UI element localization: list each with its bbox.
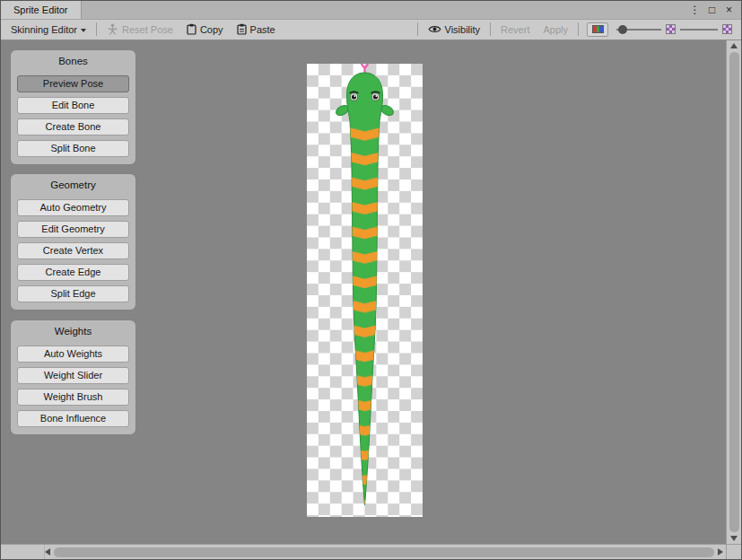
sprite-editor-window: Sprite Editor ⋮ □ × Skinning Editor Rese… bbox=[0, 0, 742, 560]
copy-button[interactable]: Copy bbox=[181, 22, 229, 37]
reset-pose-label: Reset Pose bbox=[122, 24, 173, 35]
paste-label: Paste bbox=[250, 24, 275, 35]
window-controls: ⋮ □ × bbox=[688, 1, 741, 19]
toolbar-separator bbox=[96, 22, 97, 36]
mip-high-icon bbox=[722, 24, 732, 34]
reset-pose-button[interactable]: Reset Pose bbox=[101, 22, 179, 37]
copy-icon bbox=[187, 23, 196, 35]
snake-sprite[interactable] bbox=[307, 64, 423, 517]
toolbar-separator bbox=[490, 22, 491, 36]
skinning-editor-dropdown[interactable]: Skinning Editor bbox=[5, 22, 92, 37]
window-close-icon[interactable]: × bbox=[722, 4, 736, 17]
color-mode-button[interactable] bbox=[587, 22, 608, 37]
weight-slider-button[interactable]: Weight Slider bbox=[17, 367, 129, 384]
vertical-scrollbar-thumb[interactable] bbox=[729, 52, 739, 532]
tab-sprite-editor[interactable]: Sprite Editor bbox=[1, 1, 82, 19]
paste-icon bbox=[237, 23, 247, 35]
mip-low-icon bbox=[666, 24, 676, 34]
apply-button[interactable]: Apply bbox=[537, 22, 573, 37]
skinning-editor-label: Skinning Editor bbox=[11, 24, 77, 35]
split-edge-button[interactable]: Split Edge bbox=[17, 285, 129, 302]
preview-pose-button[interactable]: Preview Pose bbox=[17, 75, 129, 92]
scroll-left-arrow-icon[interactable] bbox=[45, 548, 50, 556]
apply-label: Apply bbox=[543, 24, 568, 35]
weight-brush-button[interactable]: Weight Brush bbox=[17, 389, 129, 406]
bones-panel: Bones Preview Pose Edit Bone Create Bone… bbox=[10, 49, 136, 165]
toolbar-separator bbox=[578, 22, 579, 36]
zoom-slider[interactable] bbox=[616, 23, 661, 36]
editor-canvas[interactable]: Bones Preview Pose Edit Bone Create Bone… bbox=[1, 40, 726, 544]
bones-panel-title: Bones bbox=[17, 54, 129, 68]
horizontal-scrollbar[interactable] bbox=[1, 544, 726, 559]
mip-slider-track[interactable] bbox=[680, 29, 718, 31]
zoom-slider-knob[interactable] bbox=[618, 25, 627, 34]
visibility-label: Visibility bbox=[445, 24, 481, 35]
paste-button[interactable]: Paste bbox=[231, 22, 281, 37]
split-bone-button[interactable]: Split Bone bbox=[17, 140, 129, 157]
revert-label: Revert bbox=[501, 24, 529, 35]
copy-label: Copy bbox=[200, 24, 223, 35]
auto-geometry-button[interactable]: Auto Geometry bbox=[17, 199, 129, 216]
window-tabbar: Sprite Editor ⋮ □ × bbox=[1, 1, 741, 20]
horizontal-scrollbar-thumb[interactable] bbox=[54, 547, 714, 557]
create-bone-button[interactable]: Create Bone bbox=[17, 118, 129, 136]
tabbar-spacer bbox=[82, 1, 688, 19]
geometry-panel-title: Geometry bbox=[17, 178, 129, 192]
scrollbar-corner bbox=[726, 544, 741, 559]
toolbar-separator bbox=[417, 22, 418, 36]
rgb-icon bbox=[592, 25, 604, 33]
weights-panel-title: Weights bbox=[17, 324, 129, 338]
bone-influence-button[interactable]: Bone Influence bbox=[17, 410, 129, 427]
auto-weights-button[interactable]: Auto Weights bbox=[17, 346, 129, 363]
window-menu-icon[interactable]: ⋮ bbox=[688, 4, 702, 17]
horizontal-scrollbar-lead bbox=[4, 545, 45, 559]
reset-pose-icon bbox=[107, 23, 118, 35]
weights-panel: Weights Auto Weights Weight Slider Weigh… bbox=[10, 319, 136, 435]
scroll-up-arrow-icon[interactable] bbox=[730, 43, 738, 48]
toolbar: Skinning Editor Reset Pose Copy bbox=[1, 20, 741, 40]
geometry-panel: Geometry Auto Geometry Edit Geometry Cre… bbox=[10, 173, 136, 311]
tab-title: Sprite Editor bbox=[13, 4, 68, 15]
vertical-scrollbar[interactable] bbox=[726, 40, 741, 544]
edit-geometry-button[interactable]: Edit Geometry bbox=[17, 221, 129, 238]
chevron-down-icon bbox=[81, 29, 86, 32]
revert-button[interactable]: Revert bbox=[495, 22, 535, 37]
snake-stripes bbox=[307, 119, 423, 505]
scroll-down-arrow-icon[interactable] bbox=[730, 536, 738, 541]
transparency-checkerboard bbox=[307, 64, 423, 517]
create-vertex-button[interactable]: Create Vertex bbox=[17, 242, 129, 259]
visibility-button[interactable]: Visibility bbox=[423, 22, 486, 37]
eye-icon bbox=[428, 24, 441, 34]
create-edge-button[interactable]: Create Edge bbox=[17, 264, 129, 281]
scroll-right-arrow-icon[interactable] bbox=[718, 548, 723, 556]
window-maximize-icon[interactable]: □ bbox=[705, 4, 719, 17]
edit-bone-button[interactable]: Edit Bone bbox=[17, 97, 129, 114]
